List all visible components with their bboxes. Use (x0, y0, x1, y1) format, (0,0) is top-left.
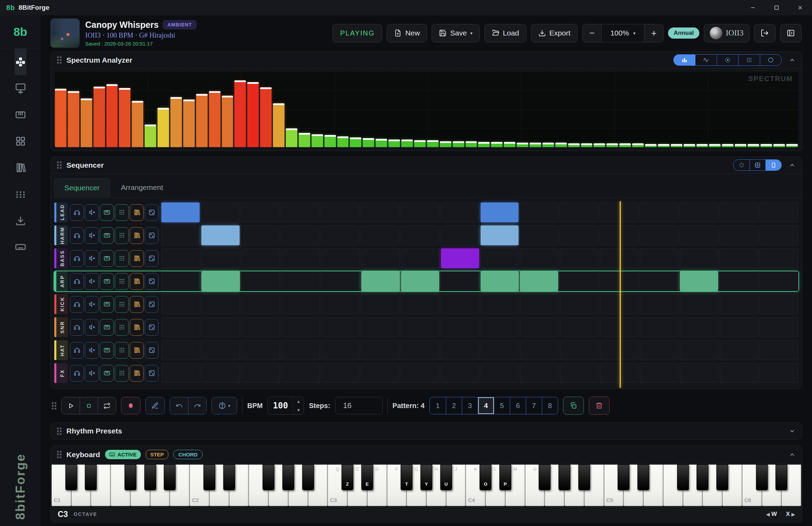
pattern-button-8[interactable]: 8 (542, 397, 558, 414)
drag-handle[interactable] (52, 402, 56, 409)
track-piano-button[interactable] (100, 204, 114, 221)
track-grid-button[interactable] (115, 227, 129, 244)
octave-down-button[interactable]: ◀ W (766, 511, 777, 518)
black-key-Ab5[interactable] (697, 464, 708, 490)
track-piano-button[interactable] (100, 250, 114, 267)
black-key-Eb2[interactable] (223, 464, 235, 490)
step-cell[interactable] (640, 363, 679, 383)
black-key-Db3[interactable]: Z (341, 464, 353, 490)
track-headphones-button[interactable] (70, 273, 84, 290)
step-cell[interactable] (640, 317, 679, 337)
step-cell[interactable] (321, 248, 360, 268)
step-cell[interactable] (361, 202, 400, 222)
track-grid-button[interactable] (115, 296, 129, 313)
step-cell[interactable] (520, 271, 558, 291)
step-cell[interactable] (321, 271, 360, 291)
track-dice-button[interactable] (145, 204, 159, 221)
new-button[interactable]: New (387, 24, 427, 42)
step-cell[interactable] (281, 271, 320, 291)
collapse-keyboard-button[interactable] (789, 451, 796, 458)
track-dice-button[interactable] (145, 273, 159, 290)
track-headphones-button[interactable] (70, 250, 84, 267)
octave-up-button[interactable]: X ▶ (786, 511, 795, 518)
drag-handle[interactable] (57, 161, 62, 169)
step-cell[interactable] (560, 294, 599, 314)
keyboard-chord-badge[interactable]: CHORD (173, 450, 203, 459)
step-cell[interactable] (281, 225, 320, 245)
step-cell[interactable] (640, 271, 678, 291)
step-cell[interactable] (401, 363, 440, 383)
tab-sequencer[interactable]: Sequencer (54, 178, 110, 197)
tab-arrangement[interactable]: Arrangement (111, 178, 173, 197)
track-library-button[interactable] (130, 342, 144, 359)
track-headphones-button[interactable] (70, 319, 84, 336)
step-cell[interactable] (201, 363, 240, 383)
step-cell[interactable] (559, 271, 598, 291)
step-cell[interactable] (520, 202, 558, 222)
step-cell[interactable] (401, 202, 440, 222)
track-mute-button[interactable] (85, 250, 99, 267)
step-cell[interactable] (321, 225, 360, 245)
steps-input[interactable]: 16 (335, 397, 383, 414)
logout-button[interactable] (754, 24, 775, 42)
step-cell[interactable] (281, 363, 320, 383)
collapse-panel-button[interactable] (780, 24, 802, 42)
black-key-Db6[interactable] (756, 464, 768, 490)
step-cell[interactable] (600, 271, 638, 291)
black-key-Gb5[interactable] (677, 464, 689, 490)
track-mute-button[interactable] (85, 227, 99, 244)
step-cell[interactable] (560, 202, 598, 222)
track-mute-button[interactable] (85, 204, 99, 221)
black-key-Eb1[interactable] (85, 464, 97, 490)
step-cell[interactable] (520, 340, 559, 360)
track-library-button[interactable] (130, 250, 144, 267)
drag-handle[interactable] (57, 56, 62, 64)
maximize-button[interactable] (765, 0, 788, 15)
step-cell[interactable] (481, 340, 520, 360)
step-cell[interactable] (680, 202, 718, 222)
track-grid-button[interactable] (115, 204, 129, 221)
step-cell[interactable] (441, 202, 480, 222)
black-key-Bb3[interactable]: U (440, 464, 452, 490)
step-cell[interactable] (560, 225, 598, 245)
step-cell[interactable] (441, 317, 480, 337)
step-cell[interactable] (680, 248, 719, 268)
pattern-button-7[interactable]: 7 (526, 397, 542, 414)
step-cell[interactable] (720, 294, 759, 314)
step-cell[interactable] (401, 271, 439, 291)
track-library-button[interactable] (130, 204, 144, 221)
track-library-button[interactable] (130, 296, 144, 313)
track-headphones-button[interactable] (70, 204, 84, 221)
sidebar-item-pads[interactable] (15, 181, 26, 207)
black-key-Bb4[interactable] (578, 464, 590, 490)
collapse-spectrum-button[interactable] (789, 57, 796, 64)
step-cell[interactable] (520, 225, 558, 245)
pattern-button-2[interactable]: 2 (446, 397, 462, 414)
black-key-Db1[interactable] (65, 464, 77, 490)
step-cell[interactable] (441, 225, 480, 245)
view-cells-button[interactable] (749, 160, 765, 170)
step-cell[interactable] (201, 340, 240, 360)
track-grid-button[interactable] (115, 273, 129, 290)
view-spark-button[interactable] (733, 160, 749, 170)
view-wave-button[interactable] (695, 55, 717, 65)
step-cell[interactable] (401, 294, 440, 314)
step-cell[interactable] (161, 317, 200, 337)
step-cell[interactable] (201, 248, 240, 268)
track-dice-button[interactable] (145, 342, 159, 359)
step-cell[interactable] (759, 317, 798, 337)
sidebar-item-sequencer[interactable] (15, 49, 26, 75)
step-cell[interactable] (560, 317, 599, 337)
sidebar-item-keyboard[interactable] (15, 234, 26, 260)
step-cell[interactable] (640, 248, 679, 268)
step-cell[interactable] (600, 202, 638, 222)
track-piano-button[interactable] (100, 227, 114, 244)
track-library-button[interactable] (130, 319, 144, 336)
track-library-button[interactable] (130, 273, 144, 290)
step-cell[interactable] (640, 225, 678, 245)
step-cell[interactable] (719, 202, 758, 222)
bpm-down-button[interactable]: ▼ (293, 406, 304, 414)
pattern-button-4[interactable]: 4 (478, 397, 494, 414)
track-headphones-button[interactable] (70, 296, 84, 313)
zoom-select[interactable]: 100%▾ (602, 24, 644, 42)
